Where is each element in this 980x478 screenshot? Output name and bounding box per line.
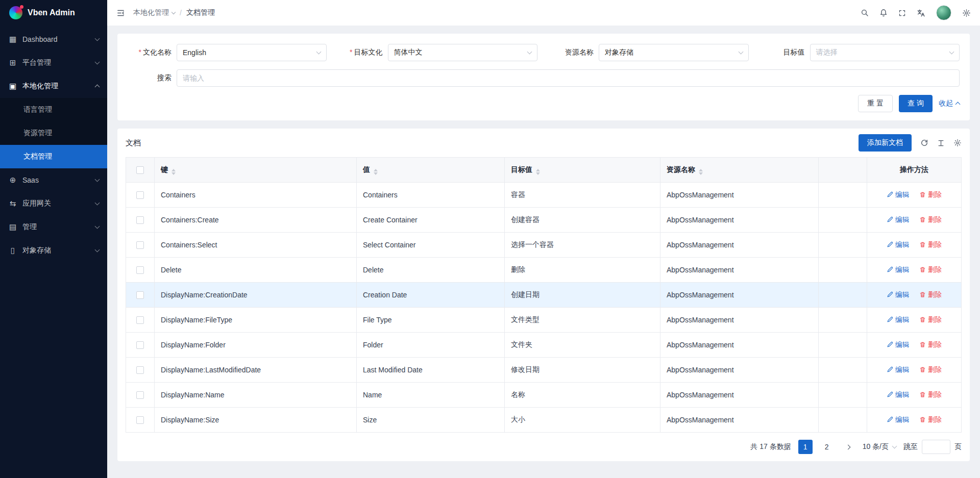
search-icon[interactable] — [861, 9, 869, 17]
sidebar-item-saas[interactable]: ⊕ Saas — [0, 168, 107, 192]
delete-button[interactable]: 删除 — [919, 415, 942, 424]
jump-label: 跳至 — [903, 442, 918, 451]
table-row[interactable]: DisplayName:Size Size 大小 AbpOssManagemen… — [126, 408, 962, 433]
sidebar-item-gateway[interactable]: ⇆ 应用网关 — [0, 192, 107, 215]
sidebar-item-localization[interactable]: ▣ 本地化管理 — [0, 74, 107, 98]
notification-bell-icon[interactable] — [879, 9, 888, 17]
sort-icon[interactable] — [699, 169, 703, 175]
edit-button[interactable]: 编辑 — [887, 415, 909, 424]
edit-button[interactable]: 编辑 — [887, 240, 909, 249]
edit-button[interactable]: 编辑 — [887, 265, 909, 274]
sort-icon[interactable] — [536, 169, 540, 175]
table-row[interactable]: Containers:Select Select Container 选择一个容… — [126, 233, 962, 258]
settings-gear-icon[interactable] — [962, 9, 971, 17]
user-avatar[interactable] — [936, 5, 951, 20]
app-logo[interactable]: Vben Admin — [0, 0, 107, 26]
sidebar-item-document-management[interactable]: 文档管理 — [0, 145, 107, 168]
delete-button[interactable]: 删除 — [919, 190, 942, 199]
row-checkbox[interactable] — [136, 266, 144, 274]
sidebar-item-platform[interactable]: ⊞ 平台管理 — [0, 51, 107, 74]
delete-button[interactable]: 删除 — [919, 365, 942, 374]
fullscreen-icon[interactable] — [898, 9, 906, 17]
cell-empty — [819, 258, 867, 283]
row-checkbox[interactable] — [136, 216, 144, 224]
saas-icon: ⊕ — [8, 175, 17, 185]
cell-value: Creation Date — [357, 283, 505, 308]
app-title: Vben Admin — [28, 8, 75, 17]
row-checkbox[interactable] — [136, 241, 144, 249]
sidebar-collapse-icon[interactable] — [116, 9, 125, 17]
edit-button[interactable]: 编辑 — [887, 190, 909, 199]
refresh-icon[interactable] — [920, 139, 928, 147]
target-value-select[interactable]: 请选择 — [810, 44, 960, 61]
query-button[interactable]: 查 询 — [899, 95, 933, 112]
page-size-select[interactable]: 10 条/页 — [863, 442, 896, 451]
column-settings-gear-icon[interactable] — [953, 139, 962, 147]
delete-button[interactable]: 删除 — [919, 215, 942, 224]
collapse-filters-link[interactable]: 收起 — [939, 99, 960, 108]
table-row[interactable]: DisplayName:CreationDate Creation Date 创… — [126, 283, 962, 308]
column-header-resource[interactable]: 资源名称 — [660, 158, 819, 183]
breadcrumb-parent[interactable]: 本地化管理 — [133, 8, 175, 17]
page-button-1[interactable]: 1 — [798, 440, 813, 454]
edit-button[interactable]: 编辑 — [887, 365, 909, 374]
sidebar-item-language-management[interactable]: 语言管理 — [0, 98, 107, 121]
search-input[interactable] — [177, 69, 960, 87]
next-page-button[interactable] — [841, 440, 855, 454]
edit-button[interactable]: 编辑 — [887, 315, 909, 324]
cell-target: 删除 — [505, 258, 660, 283]
chevron-down-icon — [95, 177, 100, 182]
row-checkbox[interactable] — [136, 191, 144, 199]
edit-button[interactable]: 编辑 — [887, 290, 909, 299]
delete-button[interactable]: 删除 — [919, 290, 942, 299]
row-checkbox[interactable] — [136, 316, 144, 324]
cell-resource: AbpOssManagement — [660, 258, 819, 283]
delete-button[interactable]: 删除 — [919, 315, 942, 324]
resource-name-select[interactable]: 对象存储 — [599, 44, 749, 61]
row-checkbox[interactable] — [136, 341, 144, 349]
table-row[interactable]: DisplayName:FileType File Type 文件类型 AbpO… — [126, 308, 962, 333]
column-header-value[interactable]: 值 — [357, 158, 505, 183]
row-checkbox[interactable] — [136, 416, 144, 424]
select-all-checkbox[interactable] — [136, 166, 144, 174]
column-header-key[interactable]: 键 — [155, 158, 357, 183]
sidebar-item-object-storage[interactable]: ▯ 对象存储 — [0, 239, 107, 262]
delete-button[interactable]: 删除 — [919, 340, 942, 349]
edit-button[interactable]: 编辑 — [887, 340, 909, 349]
page-content: *文化名称 English *目标文化 简体中文 — [107, 26, 980, 478]
table-header-row: 键 值 目标值 资源名称 操作方法 — [126, 158, 962, 183]
sort-icon[interactable] — [374, 169, 378, 175]
table-row[interactable]: Containers:Create Create Container 创建容器 … — [126, 208, 962, 233]
delete-button[interactable]: 删除 — [919, 265, 942, 274]
row-checkbox[interactable] — [136, 366, 144, 374]
sidebar-item-management[interactable]: ▤ 管理 — [0, 215, 107, 239]
required-mark: * — [350, 48, 352, 56]
target-culture-select[interactable]: 简体中文 — [388, 44, 538, 61]
jump-page-input[interactable] — [922, 440, 950, 454]
table-row[interactable]: Containers Containers 容器 AbpOssManagemen… — [126, 183, 962, 208]
column-header-target[interactable]: 目标值 — [505, 158, 660, 183]
cell-target: 文件夹 — [505, 333, 660, 358]
edit-button[interactable]: 编辑 — [887, 215, 909, 224]
culture-name-select[interactable]: English — [177, 44, 327, 61]
row-height-icon[interactable] — [937, 139, 945, 147]
delete-button[interactable]: 删除 — [919, 240, 942, 249]
row-checkbox[interactable] — [136, 291, 144, 299]
delete-button[interactable]: 删除 — [919, 390, 942, 399]
sort-icon[interactable] — [172, 169, 176, 175]
table-row[interactable]: DisplayName:LastModifiedDate Last Modifi… — [126, 358, 962, 383]
add-document-button[interactable]: 添加新文档 — [859, 134, 912, 152]
row-checkbox[interactable] — [136, 391, 144, 399]
reset-button[interactable]: 重 置 — [858, 95, 893, 112]
table-row[interactable]: DisplayName:Name Name 名称 AbpOssManagemen… — [126, 383, 962, 408]
table-row[interactable]: DisplayName:Folder Folder 文件夹 AbpOssMana… — [126, 333, 962, 358]
table-row[interactable]: Delete Delete 删除 AbpOssManagement 编辑 — [126, 258, 962, 283]
translate-icon[interactable] — [917, 9, 925, 17]
sidebar-item-dashboard[interactable]: ▦ Dashboard — [0, 28, 107, 51]
breadcrumb-current: 文档管理 — [186, 8, 215, 17]
page-button-2[interactable]: 2 — [820, 440, 834, 454]
table-toolbar: 文档 添加新文档 — [126, 129, 962, 157]
edit-button[interactable]: 编辑 — [887, 390, 909, 399]
sidebar-item-resource-management[interactable]: 资源管理 — [0, 121, 107, 145]
chevron-right-icon — [846, 444, 851, 449]
